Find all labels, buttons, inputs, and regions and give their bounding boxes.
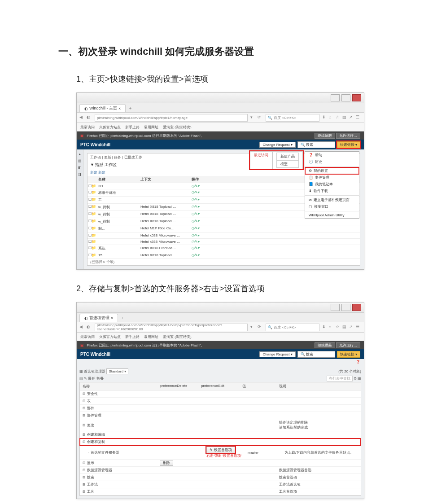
menu-item-notebook[interactable]: 📘我的笔记本 — [305, 181, 359, 188]
window-close-icon[interactable] — [352, 94, 361, 101]
window-maximize-icon[interactable] — [341, 94, 350, 101]
home-icon[interactable]: ⌂ — [329, 115, 334, 120]
nav-icon[interactable]: ▤ — [78, 159, 82, 163]
pref-row[interactable]: ⊞ 安全性 — [80, 390, 361, 398]
tab-close-icon[interactable]: × — [111, 316, 113, 320]
pref-row[interactable]: ⊞ 部件管理 — [80, 412, 361, 419]
browser-tab[interactable]: ◐ Windchill - 主页 × — [79, 104, 126, 112]
type-select[interactable]: Change Request ▾ — [259, 351, 295, 357]
table-row[interactable]: ☐📁w_待制Hefei X818 Topload …◷✎▾ — [87, 218, 360, 225]
pref-tool-icon[interactable]: ⚙ — [354, 377, 357, 381]
bookmark-item[interactable]: 爱淘宝 (淘宝特卖) — [163, 334, 192, 339]
download-icon[interactable]: ⬇ — [322, 324, 328, 330]
pref-find-input[interactable]: 在列表中查找 — [327, 376, 353, 381]
url-field[interactable]: plmtraining.whirlpool.com/Windchill/app/… — [95, 324, 248, 331]
bookmark-item[interactable]: 新手上路 — [125, 334, 140, 339]
pref-row[interactable]: ⊞ 更改操作请定现的排除请加系统帮助完成 — [80, 419, 361, 431]
continue-block-button[interactable]: 继续屏蔽 — [315, 342, 335, 348]
star-icon[interactable]: ☆ — [336, 115, 341, 120]
bookmark-item[interactable]: 常用网址 — [144, 125, 158, 130]
search-input[interactable]: 🔍 搜索 — [297, 351, 335, 358]
bookmark-item[interactable]: 最常访问 — [80, 334, 95, 339]
app-icon[interactable]: ▤ — [342, 324, 348, 330]
new-tab-button[interactable]: ＋ — [126, 105, 135, 112]
menu-item-help[interactable]: ❓帮助 — [305, 152, 359, 158]
pref-row[interactable]: ⊞ 数据源源管理器数据源源管理器首选 — [80, 467, 361, 474]
nav-icon[interactable]: ◨ — [78, 172, 82, 176]
allow-run-button[interactable]: 允许运行… — [336, 133, 360, 139]
pref-row[interactable]: ⊞ 工具工具首选项 — [80, 488, 361, 495]
tab-close-icon[interactable]: × — [118, 106, 121, 111]
window-minimize-icon[interactable] — [331, 304, 340, 311]
pref-row[interactable]: ⊞ 表 — [80, 398, 361, 405]
window-titlebar — [77, 93, 364, 103]
browser-tab[interactable]: ◐ 首选项管理 × — [79, 314, 118, 322]
pref-view-select[interactable]: Standard ▾ — [106, 368, 128, 374]
search-field[interactable]: 🔍 百度 <Ctrl+K> — [266, 114, 319, 122]
download-icon[interactable]: ⬇ — [322, 115, 328, 120]
bookmark-item[interactable]: 常用网址 — [144, 334, 158, 339]
reload-icon[interactable]: ⟳ — [258, 115, 263, 120]
chevron-down-icon: ▾ — [291, 143, 293, 147]
menu-item-profile[interactable]: 📋事件管理 — [305, 174, 359, 181]
dropdown-icon[interactable]: ▾ — [250, 324, 256, 330]
pref-row[interactable]: ⊞ 部件 — [80, 405, 361, 412]
app-icon[interactable]: ▤ — [342, 115, 348, 120]
back-icon[interactable]: ◀ — [79, 324, 85, 330]
menu-icon[interactable]: ☰ — [356, 324, 361, 330]
help-icon[interactable]: ❓ — [356, 360, 360, 364]
type-select[interactable]: Change Request ▾ — [259, 142, 295, 148]
toolbar-expand-collapse[interactable]: 展开 折叠 — [88, 377, 103, 381]
pref-row[interactable]: ⊞ 搜索搜索首选项 — [80, 474, 361, 481]
toolbar-icon[interactable]: ✎ — [84, 377, 87, 381]
table-row[interactable]: ☐📁制…Hefei M1P Rice Co…◷✎▾ — [87, 225, 360, 232]
menu-item-my-settings[interactable]: ⚙我的设置 — [305, 167, 359, 174]
popup-recent-label[interactable]: 最近访问 — [250, 151, 272, 169]
search-placeholder: 百度 <Ctrl+K> — [274, 325, 296, 330]
new-tab-button[interactable]: ＋ — [118, 314, 127, 322]
pref-tool-icon[interactable]: ▦ — [358, 377, 361, 381]
table-row[interactable]: ☐📁系统Hefei X818 Frontloa…◷✎▾ — [87, 245, 360, 252]
quick-links-button[interactable]: 快速链接 ▾ — [337, 141, 360, 148]
menu-icon[interactable]: ☰ — [356, 115, 361, 120]
nav-icon[interactable]: ◧ — [78, 166, 82, 170]
star-icon[interactable]: ☆ — [336, 324, 341, 330]
table-row[interactable]: ☐📁Hefei x538 Microwave …◷✎▾ — [87, 232, 360, 239]
menu-item-download[interactable]: ⬇软件下载 — [305, 188, 359, 194]
toolbar-icon[interactable]: ▤ — [79, 377, 83, 381]
bookmark-item[interactable]: 火狐官方站点 — [99, 334, 121, 339]
bookmark-item[interactable]: 最常访问 — [80, 125, 95, 130]
menu-item-history[interactable]: 🕘历史 — [305, 158, 359, 165]
back-icon[interactable]: ◀ — [79, 115, 85, 120]
reload-icon[interactable]: ⟳ — [258, 324, 263, 330]
set-preference-button[interactable]: ✎ 设置首选项 — [206, 447, 235, 453]
continue-block-button[interactable]: 继续屏蔽 — [315, 133, 335, 139]
dropdown-icon[interactable]: ▾ — [250, 115, 256, 120]
menu-item-report[interactable]: ▢预测窗口 — [305, 203, 359, 210]
quick-links-button[interactable]: 快速链接 ▾ — [337, 351, 360, 358]
arrow-icon[interactable]: ↗ — [349, 115, 354, 120]
bookmark-item[interactable]: 火狐官方站点 — [99, 125, 121, 130]
search-input[interactable]: 🔍 搜索 — [297, 141, 335, 148]
table-row[interactable]: ☐📁15Hefei X818 Topload …◷✎▾ — [87, 252, 360, 259]
window-maximize-icon[interactable] — [341, 304, 350, 311]
window-close-icon[interactable] — [352, 304, 361, 311]
home-icon[interactable]: ⌂ — [329, 324, 334, 330]
pref-row[interactable]: ⊞ 工作流工作流首选项 — [80, 481, 361, 488]
url-field[interactable]: plmtraining.whirlpool.com/Windchill/app/… — [95, 114, 248, 122]
bookmark-item[interactable]: 爱淘宝 (淘宝特卖) — [163, 125, 192, 130]
table-row[interactable]: ☐📁Hefei x538 Microwave …◷✎▾ — [87, 239, 360, 245]
pref-row[interactable]: ⊞ 显示删除 — [80, 460, 361, 467]
menu-item-email[interactable]: ✉建立电子邮件预定页面 — [305, 197, 359, 203]
bookmark-item[interactable]: 新手上路 — [125, 125, 140, 130]
search-field[interactable]: 🔍 百度 <Ctrl+K> — [266, 324, 319, 331]
pref-row[interactable]: ⊞ 创建和编辑 — [80, 431, 361, 438]
arrow-icon[interactable]: ↗ — [349, 324, 354, 330]
nav-icon[interactable]: ▸ — [79, 152, 81, 156]
window-minimize-icon[interactable] — [331, 94, 340, 101]
pref-row-storage[interactable]: ⊟ 创建和复制 — [80, 438, 361, 446]
pref-row-file-server[interactable]: ▫ 首选的文件服务器 ✎ 设置首选项 右击 弹出"设置首选项" master 为… — [80, 446, 361, 460]
allow-run-button[interactable]: 允许运行… — [336, 342, 360, 348]
delete-button[interactable]: 删除 — [160, 460, 173, 466]
menu-item-admin[interactable]: Whirlpool Admin Utility — [305, 212, 359, 218]
